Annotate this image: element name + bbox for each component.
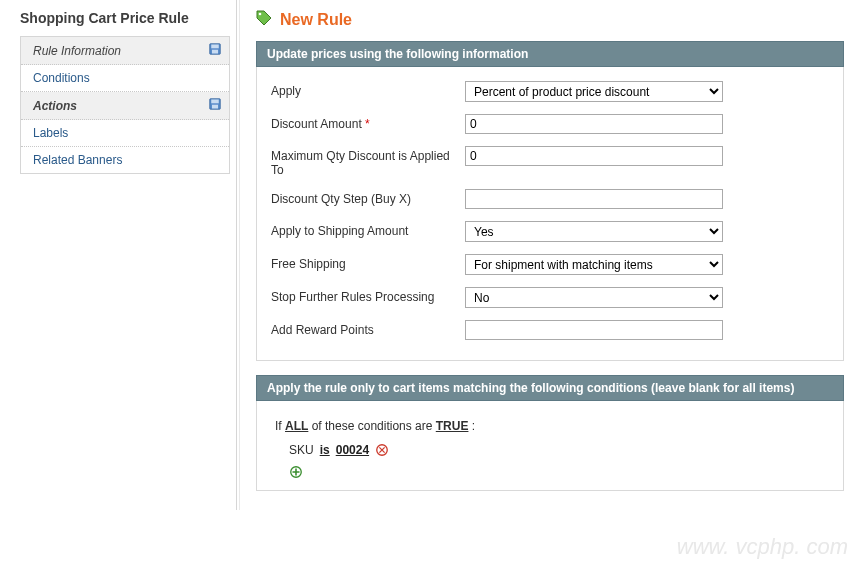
svg-rect-2	[212, 50, 218, 54]
fieldset-legend: Apply the rule only to cart items matchi…	[256, 375, 844, 401]
fieldset-legend: Update prices using the following inform…	[256, 41, 844, 67]
free-shipping-select[interactable]: For shipment with matching items	[465, 254, 723, 275]
remove-condition-icon[interactable]	[375, 443, 389, 457]
sidebar-item-label: Related Banners	[33, 153, 122, 167]
sidebar-item-conditions[interactable]: Conditions	[21, 65, 229, 92]
stop-rules-select[interactable]: No	[465, 287, 723, 308]
reward-points-input[interactable]	[465, 320, 723, 340]
add-condition-icon[interactable]	[289, 465, 303, 479]
qty-step-label: Discount Qty Step (Buy X)	[271, 189, 465, 206]
disk-icon	[209, 43, 221, 58]
sidebar: Shopping Cart Price Rule Rule Informatio…	[0, 0, 236, 510]
condition-attribute[interactable]: SKU	[289, 443, 314, 457]
free-shipping-label: Free Shipping	[271, 254, 465, 271]
qty-step-input[interactable]	[465, 189, 723, 209]
svg-rect-5	[212, 105, 218, 109]
watermark-text: www. vcphp. com	[677, 534, 848, 560]
fieldset-body: Apply Percent of product price discount …	[256, 67, 844, 361]
required-mark: *	[365, 117, 370, 131]
sidebar-item-label: Actions	[33, 99, 77, 113]
apply-label: Apply	[271, 81, 465, 98]
fieldset-body: If ALL of these conditions are TRUE : SK…	[256, 401, 844, 491]
price-tag-icon	[256, 10, 272, 29]
sidebar-item-labels[interactable]: Labels	[21, 120, 229, 147]
sidebar-list: Rule Information Conditions Actions Labe…	[20, 36, 230, 174]
discount-amount-label: Discount Amount *	[271, 114, 465, 131]
sidebar-item-rule-information[interactable]: Rule Information	[21, 37, 229, 65]
condition-operator[interactable]: is	[320, 443, 330, 457]
svg-rect-4	[211, 100, 219, 104]
disk-icon	[209, 98, 221, 113]
sidebar-item-related-banners[interactable]: Related Banners	[21, 147, 229, 173]
apply-shipping-select[interactable]: Yes	[465, 221, 723, 242]
max-qty-label: Maximum Qty Discount is Applied To	[271, 146, 465, 177]
sidebar-item-actions[interactable]: Actions	[21, 92, 229, 120]
sidebar-item-label: Rule Information	[33, 44, 121, 58]
page-title-row: New Rule	[256, 10, 844, 29]
apply-select[interactable]: Percent of product price discount	[465, 81, 723, 102]
stop-rules-label: Stop Further Rules Processing	[271, 287, 465, 304]
svg-rect-1	[211, 45, 219, 49]
main-content: New Rule Update prices using the followi…	[240, 0, 860, 510]
apply-shipping-label: Apply to Shipping Amount	[271, 221, 465, 238]
svg-point-6	[259, 13, 262, 16]
value-link[interactable]: TRUE	[436, 419, 469, 433]
condition-aggregator-line: If ALL of these conditions are TRUE :	[271, 415, 829, 435]
sidebar-item-label: Conditions	[33, 71, 90, 85]
reward-points-label: Add Reward Points	[271, 320, 465, 337]
sidebar-item-label: Labels	[33, 126, 68, 140]
condition-value[interactable]: 00024	[336, 443, 369, 457]
page-title: New Rule	[280, 11, 352, 29]
discount-amount-input[interactable]	[465, 114, 723, 134]
update-prices-fieldset: Update prices using the following inform…	[256, 41, 844, 361]
max-qty-input[interactable]	[465, 146, 723, 166]
condition-row: SKU is 00024	[289, 443, 829, 457]
sidebar-title: Shopping Cart Price Rule	[20, 10, 230, 26]
aggregator-link[interactable]: ALL	[285, 419, 308, 433]
conditions-fieldset: Apply the rule only to cart items matchi…	[256, 375, 844, 491]
